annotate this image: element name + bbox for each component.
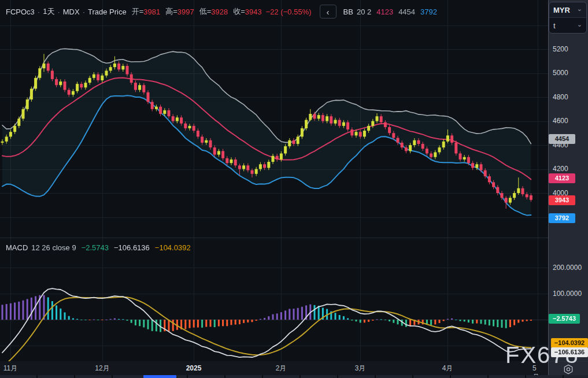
low-label: 低= — [199, 6, 212, 17]
time-label: 5月 — [532, 364, 543, 373]
legend-separator: · — [38, 8, 40, 16]
time-label: 2月 — [276, 364, 287, 373]
macd-chart-canvas[interactable] — [0, 238, 548, 361]
macd-legend[interactable]: MACD 12 26 close 9 −2.5743 −106.6136 −10… — [6, 242, 191, 253]
high-label: 高= — [165, 6, 177, 17]
price-chart-canvas[interactable] — [0, 0, 548, 238]
change-value: −22 (−0.55%) — [266, 8, 312, 16]
macd-signal-value: −104.0392 — [155, 243, 191, 252]
chevron-down-icon: ⌄ — [577, 21, 582, 28]
horizontal-scrollbar[interactable] — [0, 375, 588, 378]
bb-basis-value: 4123 — [376, 8, 393, 16]
bb-lower-badge: 3792 — [549, 213, 575, 223]
time-label: 12月 — [95, 364, 109, 373]
low-value: 3928 — [211, 8, 228, 16]
high-value: 3997 — [177, 8, 194, 16]
price-tick: 4800 — [553, 92, 568, 102]
price-tick: 5000 — [553, 68, 568, 77]
price-pane[interactable] — [0, 0, 548, 238]
trading-chart-app: FCPOc3 · 1天 · MDX · Trade Price 开=3981 高… — [0, 0, 588, 378]
price-tick: 5200 — [553, 45, 568, 54]
open-label: 开= — [132, 6, 144, 17]
pane-separator[interactable] — [0, 238, 548, 238]
scale-selector: MYR ⌄ t ⌄ — [549, 2, 587, 34]
price-tick: 4600 — [553, 116, 568, 125]
time-label-year: 2025 — [186, 364, 202, 373]
gear-icon — [563, 364, 574, 375]
close-value: 3943 — [245, 8, 262, 16]
macd-tick: 200.0000 — [553, 263, 582, 272]
macd-pane[interactable] — [0, 238, 548, 361]
bb-basis-badge: 4123 — [549, 173, 575, 183]
exchange-label: MDX — [63, 8, 80, 16]
interval-label[interactable]: 1天 — [43, 6, 54, 17]
time-label: 3月 — [355, 364, 366, 373]
currency-value: MYR — [553, 6, 570, 14]
time-label: 4月 — [442, 364, 453, 373]
macd-signal-badge: −104.0392 — [551, 338, 588, 348]
chevron-left-icon: ‹ — [327, 8, 330, 16]
unit-dropdown[interactable]: t ⌄ — [549, 17, 586, 33]
bb-params: 20 2 — [357, 8, 371, 16]
macd-line-value: −106.6136 — [114, 243, 150, 252]
legend-separator: · — [57, 8, 60, 16]
macd-indicator-title[interactable]: MACD — [6, 243, 28, 252]
bb-upper-badge: 4454 — [549, 134, 575, 144]
bb-indicator-title[interactable]: BB — [343, 8, 353, 16]
macd-line-badge: −106.6136 — [551, 347, 588, 357]
open-value: 3981 — [143, 8, 160, 16]
bb-lower-value: 3792 — [420, 8, 437, 16]
symbol-legend: FCPOc3 · 1天 · MDX · Trade Price 开=3981 高… — [6, 5, 437, 18]
series-type-label: Trade Price — [88, 8, 127, 16]
last-price-badge: 3943 — [549, 195, 575, 205]
macd-hist-value: −2.5743 — [82, 243, 109, 252]
close-label: 收= — [233, 6, 245, 17]
currency-dropdown[interactable]: MYR ⌄ — [549, 2, 586, 17]
unit-value: t — [553, 21, 556, 30]
symbol-name[interactable]: FCPOc3 — [6, 8, 35, 16]
macd-hist-badge: −2.5743 — [549, 314, 580, 324]
legend-separator: · — [83, 8, 85, 16]
macd-params: 12 26 close 9 — [31, 243, 76, 252]
chevron-down-icon: ⌄ — [577, 6, 582, 12]
scrollbar-current-range[interactable] — [143, 375, 176, 378]
axis-settings-button[interactable] — [563, 364, 574, 375]
price-tick: 4200 — [553, 164, 568, 173]
collapse-legend-button[interactable]: ‹ — [320, 5, 336, 18]
time-axis[interactable]: 11月 12月 2025 2月 3月 4月 5月 — [0, 361, 548, 375]
bb-upper-value: 4454 — [398, 8, 415, 16]
time-label: 11月 — [3, 364, 17, 373]
macd-tick: 100.0000 — [553, 289, 582, 298]
